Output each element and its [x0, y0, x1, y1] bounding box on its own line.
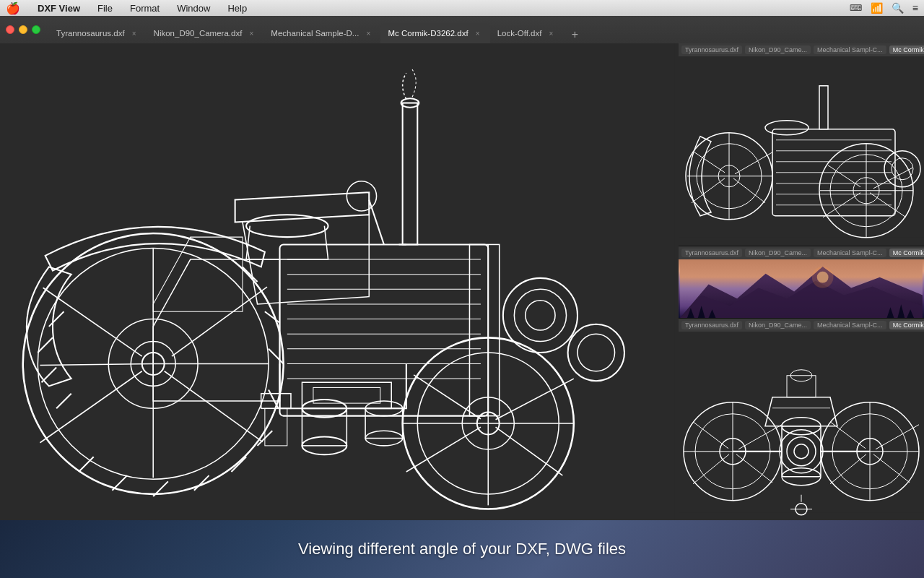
menu-help[interactable]: Help [225, 3, 250, 14]
thumb-tractor-bottom [679, 332, 924, 521]
tab-mechanical[interactable]: Mechanical Sample-D... × [263, 23, 380, 43]
menubar-right-icons: ⌨ 📶 🔍 ≡ [850, 2, 918, 14]
thumb-tabbar-mid: Tyrannosaurus.dxf Nikon_D90_Came... Mech… [679, 246, 924, 259]
tab-label: Tyrannosaurus.dxf [56, 29, 125, 38]
thumb-tab-top-4[interactable]: Mc Cormik-D3262.dxf [889, 46, 924, 54]
thumbnail-mid-bg [679, 259, 924, 318]
tab-close-mechanical[interactable]: × [363, 28, 373, 38]
tractor-drawing [0, 43, 679, 520]
thumb-tab-bot-1[interactable]: Tyrannosaurus.dxf [681, 321, 742, 329]
tab-close-mccormik[interactable]: × [473, 28, 483, 38]
thumb-tab-top-2[interactable]: Nikon_D90_Came... [745, 46, 811, 54]
menu-window[interactable]: Window [174, 3, 213, 14]
thumb-tab-mid-4[interactable]: Mc Cormik-D3262.dxf [889, 249, 924, 257]
tab-nikon[interactable]: Nikon_D90_Camera.dxf × [147, 23, 264, 43]
thumb-tab-mid-3[interactable]: Mechanical Sampl-C... [814, 249, 886, 257]
thumb-tabbar-bottom: Tyrannosaurus.dxf Nikon_D90_Came... Mech… [679, 319, 924, 332]
wifi-icon: 📶 [871, 2, 883, 14]
menu-file[interactable]: File [95, 3, 116, 14]
tab-mccormik[interactable]: Mc Cormik-D3262.dxf × [380, 23, 489, 43]
tab-close-tyrannosaurus[interactable]: × [129, 28, 139, 38]
thumb-tab-top-1[interactable]: Tyrannosaurus.dxf [681, 46, 742, 54]
traffic-lights [6, 25, 40, 34]
tab-close-lockoff[interactable]: × [546, 28, 556, 38]
tab-lockoff[interactable]: Lock-Off.dxf × [490, 23, 564, 43]
menubar: 🍎 DXF View File Format Window Help ⌨ 📶 🔍… [0, 0, 924, 16]
menu-format[interactable]: Format [127, 3, 162, 14]
tab-tyrannosaurus[interactable]: Tyrannosaurus.dxf × [49, 23, 147, 43]
main-dxf-view[interactable] [0, 43, 679, 520]
thumb-tab-top-3[interactable]: Mechanical Sampl-C... [814, 46, 886, 54]
apple-menu-icon[interactable]: 🍎 [6, 1, 20, 15]
tab-label: Mc Cormik-D3262.dxf [388, 29, 468, 38]
tabs-container: Tyrannosaurus.dxf × Nikon_D90_Camera.dxf… [49, 16, 918, 43]
add-tab-button[interactable]: + [566, 26, 583, 43]
list-icon: ≡ [912, 2, 918, 14]
tab-label: Mechanical Sample-D... [271, 29, 359, 38]
titlebar: Tyrannosaurus.dxf × Nikon_D90_Camera.dxf… [0, 16, 924, 43]
minimize-button[interactable] [19, 25, 27, 34]
thumb-tab-bot-2[interactable]: Nikon_D90_Came... [745, 321, 811, 329]
svg-rect-0 [4, 43, 674, 520]
promo-text: Viewing different angle of your DXF, DWG… [298, 540, 626, 558]
main-area: Tyrannosaurus.dxf Nikon_D90_Came... Mech… [0, 43, 924, 520]
right-panel: Tyrannosaurus.dxf Nikon_D90_Came... Mech… [679, 43, 924, 520]
promo-area: Viewing different angle of your DXF, DWG… [0, 520, 924, 578]
tab-close-nikon[interactable]: × [246, 28, 256, 38]
close-button[interactable] [6, 25, 14, 34]
tab-label: Nikon_D90_Camera.dxf [154, 29, 243, 38]
search-icon[interactable]: 🔍 [892, 2, 904, 14]
thumb-tab-mid-2[interactable]: Nikon_D90_Came... [745, 249, 811, 257]
thumb-tabbar-top: Tyrannosaurus.dxf Nikon_D90_Came... Mech… [679, 43, 924, 56]
thumbnail-top[interactable]: Tyrannosaurus.dxf Nikon_D90_Came... Mech… [679, 43, 924, 246]
keyboard-icon: ⌨ [850, 3, 862, 13]
thumb-tab-mid-1[interactable]: Tyrannosaurus.dxf [681, 249, 742, 257]
maximize-button[interactable] [32, 25, 40, 34]
thumb-tab-bot-4[interactable]: Mc Cormik-D3262.dxf [889, 321, 924, 329]
menu-app-name[interactable]: DXF View [35, 3, 83, 14]
thumb-tab-bot-3[interactable]: Mechanical Sampl-C... [814, 321, 886, 329]
tab-label: Lock-Off.dxf [497, 29, 542, 38]
thumb-tractor-top [679, 56, 924, 246]
thumbnail-mid[interactable]: Tyrannosaurus.dxf Nikon_D90_Came... Mech… [679, 246, 924, 319]
svg-point-118 [812, 266, 834, 288]
thumbnail-bottom[interactable]: Tyrannosaurus.dxf Nikon_D90_Came... Mech… [679, 319, 924, 521]
